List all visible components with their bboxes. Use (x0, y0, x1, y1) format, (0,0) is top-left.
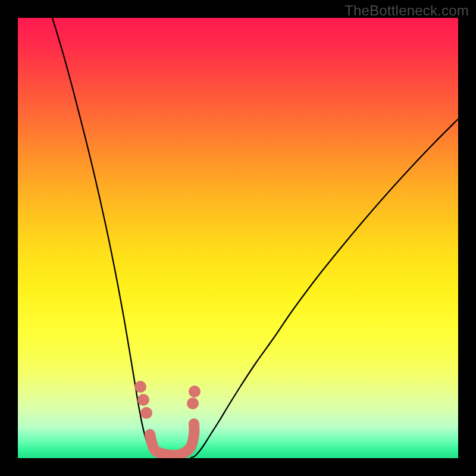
curve-markers (134, 381, 201, 419)
plot-area (18, 18, 458, 458)
right-curve (190, 119, 458, 458)
curve-marker (140, 407, 152, 419)
valley-worm (150, 424, 194, 455)
left-curve (52, 18, 161, 458)
chart-svg (18, 18, 458, 458)
curve-marker (137, 394, 149, 406)
curve-marker (189, 386, 201, 397)
curve-marker (134, 381, 146, 393)
curve-marker (187, 397, 199, 409)
chart-frame: TheBottleneck.com (0, 0, 476, 476)
watermark-text: TheBottleneck.com (345, 2, 469, 19)
